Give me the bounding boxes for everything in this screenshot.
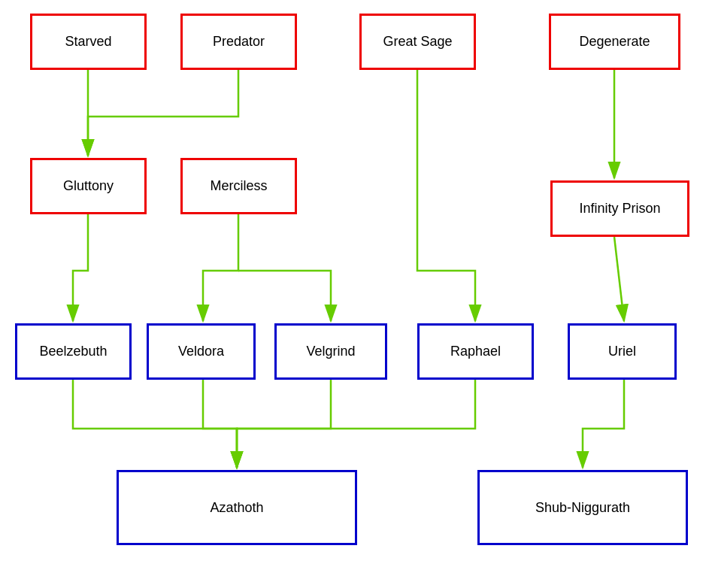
diagram: Starved Predator Great Sage Degenerate G… [0,0,712,588]
node-degenerate: Degenerate [549,14,680,70]
node-infinity-prison: Infinity Prison [550,180,689,237]
node-azathoth: Azathoth [117,470,357,545]
node-veldora: Veldora [147,323,256,380]
node-velgrind: Velgrind [274,323,387,380]
node-predator: Predator [180,14,297,70]
svg-line-3 [614,237,624,321]
node-merciless: Merciless [180,158,297,214]
node-starved: Starved [30,14,147,70]
node-beelzebuth: Beelzebuth [15,323,132,380]
node-gluttony: Gluttony [30,158,147,214]
node-uriel: Uriel [568,323,677,380]
node-great-sage: Great Sage [359,14,476,70]
node-raphael: Raphael [417,323,534,380]
node-shub-niggurath: Shub-Niggurath [477,470,688,545]
